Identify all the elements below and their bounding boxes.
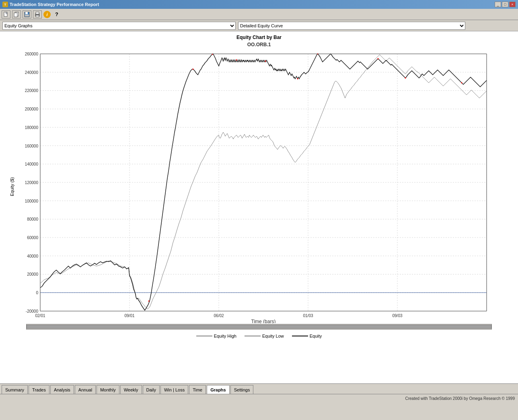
svg-text:200000: 200000 xyxy=(25,107,39,111)
status-bar: Created with TradeStation 2000i by Omega… xyxy=(0,394,518,403)
tab-weekly[interactable]: Weekly xyxy=(120,385,142,394)
svg-text:240000: 240000 xyxy=(25,70,39,75)
close-button[interactable]: × xyxy=(509,2,516,7)
bottom-tabs: Summary Trades Analysis Annual Monthly W… xyxy=(0,383,518,394)
legend-equity: Equity xyxy=(292,334,322,338)
svg-text:0: 0 xyxy=(36,291,38,295)
tab-time[interactable]: Time xyxy=(189,385,206,394)
window-title: TradeStation Strategy Performance Report xyxy=(10,2,99,7)
svg-text:20000: 20000 xyxy=(27,272,38,277)
equity-high-line-swatch xyxy=(196,336,212,336)
help-button[interactable]: ? xyxy=(52,10,61,18)
tab-daily[interactable]: Daily xyxy=(143,385,160,394)
copy-button[interactable] xyxy=(12,10,21,18)
svg-text:100000: 100000 xyxy=(25,199,39,203)
equity-line-swatch xyxy=(292,336,308,336)
svg-text:120000: 120000 xyxy=(25,180,39,185)
svg-text:160000: 160000 xyxy=(25,144,39,148)
maximize-button[interactable]: □ xyxy=(502,2,508,7)
chart-subtitle: OO.ORB.1 xyxy=(0,42,518,47)
status-text: Created with TradeStation 2000i by Omega… xyxy=(405,396,515,401)
svg-text:80000: 80000 xyxy=(27,217,38,221)
svg-point-58 xyxy=(297,78,298,80)
equity-low-label: Equity Low xyxy=(262,334,284,338)
equity-chart: 260000 240000 220000 200000 180000 16000… xyxy=(16,50,493,323)
svg-rect-6 xyxy=(25,14,29,16)
print-button[interactable] xyxy=(33,10,42,18)
chart-area: Equity ($) xyxy=(8,50,510,323)
svg-point-60 xyxy=(378,58,379,59)
equity-high-label: Equity High xyxy=(214,334,236,338)
equity-low-line-swatch xyxy=(245,336,261,336)
svg-text:09/03: 09/03 xyxy=(392,313,402,318)
tab-graphs[interactable]: Graphs xyxy=(207,385,230,394)
toolbar: i ? xyxy=(0,9,518,20)
tab-settings[interactable]: Settings xyxy=(230,385,254,394)
svg-point-56 xyxy=(236,59,237,61)
scrollbar-thumb[interactable] xyxy=(27,325,491,329)
svg-point-61 xyxy=(405,78,406,79)
svg-text:06/02: 06/02 xyxy=(214,313,224,318)
svg-rect-9 xyxy=(36,15,39,17)
new-button[interactable] xyxy=(2,10,10,18)
svg-text:260000: 260000 xyxy=(25,52,39,56)
svg-rect-3 xyxy=(14,13,17,17)
svg-text:01/03: 01/03 xyxy=(303,313,313,318)
svg-point-62 xyxy=(461,82,462,84)
svg-text:09/01: 09/01 xyxy=(124,313,134,318)
tab-winloss[interactable]: Win | Loss xyxy=(160,385,188,394)
chart-inner: 260000 240000 220000 200000 180000 16000… xyxy=(16,50,510,323)
title-bar: T TradeStation Strategy Performance Repo… xyxy=(0,0,518,9)
chart-title: Equity Chart by Bar xyxy=(0,31,518,42)
svg-text:220000: 220000 xyxy=(25,88,39,93)
legend-equity-low: Equity Low xyxy=(245,334,284,338)
svg-text:180000: 180000 xyxy=(25,125,39,130)
svg-text:60000: 60000 xyxy=(27,236,38,240)
y-axis-label: Equity ($) xyxy=(8,50,16,323)
svg-rect-5 xyxy=(25,12,28,14)
svg-text:Time (bars): Time (bars) xyxy=(251,319,276,323)
graph-type-dropdown[interactable]: Equity Graphs Trade Graphs Period Analys… xyxy=(2,22,236,30)
app-icon: T xyxy=(2,2,8,7)
curve-type-dropdown[interactable]: Detailed Equity Curve Simple Equity Curv… xyxy=(238,22,465,30)
svg-point-54 xyxy=(193,69,194,70)
svg-text:40000: 40000 xyxy=(27,254,38,258)
tab-monthly[interactable]: Monthly xyxy=(97,385,119,394)
chart-wrapper: Equity ($) xyxy=(8,50,510,323)
window-controls[interactable]: _ □ × xyxy=(495,2,516,7)
chart-legend: Equity High Equity Low Equity xyxy=(0,330,518,342)
tab-trades[interactable]: Trades xyxy=(29,385,49,394)
svg-rect-8 xyxy=(36,12,39,14)
equity-label: Equity xyxy=(310,334,322,338)
horizontal-scrollbar[interactable] xyxy=(26,324,492,330)
main-area: Equity Chart by Bar OO.ORB.1 Equity ($) xyxy=(0,31,518,403)
title-bar-left: T TradeStation Strategy Performance Repo… xyxy=(2,2,99,7)
tab-analysis[interactable]: Analysis xyxy=(50,385,74,394)
tab-summary[interactable]: Summary xyxy=(2,385,28,394)
svg-point-57 xyxy=(265,61,266,62)
dropdown-row: Equity Graphs Trade Graphs Period Analys… xyxy=(0,20,518,31)
save-button[interactable] xyxy=(23,10,31,18)
info-button[interactable]: i xyxy=(43,11,51,18)
svg-text:-20000: -20000 xyxy=(26,309,39,313)
legend-equity-high: Equity High xyxy=(196,334,236,338)
tab-annual[interactable]: Annual xyxy=(75,385,96,394)
minimize-button[interactable]: _ xyxy=(495,2,501,7)
svg-point-53 xyxy=(148,301,150,302)
svg-text:02/01: 02/01 xyxy=(35,313,45,318)
svg-text:140000: 140000 xyxy=(25,162,39,166)
